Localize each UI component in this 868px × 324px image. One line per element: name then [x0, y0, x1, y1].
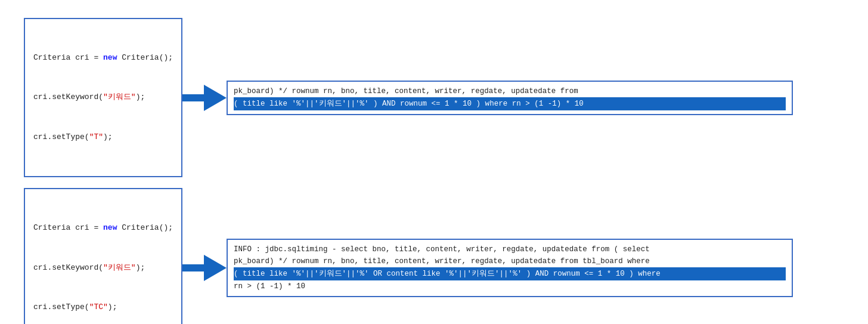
arrow-head-1 — [204, 85, 227, 111]
result-2-line1: INFO : jdbc.sqltiming - select bno, titl… — [234, 243, 786, 255]
code-line-1-2: cri.setKeyword("키워드"); — [33, 91, 173, 104]
result-1-line1: pk_board) */ rownum rn, bno, title, cont… — [234, 85, 786, 97]
code-box-1: Criteria cri = new Criteria(); cri.setKe… — [24, 18, 182, 177]
result-box-2: INFO : jdbc.sqltiming - select bno, titl… — [227, 239, 793, 297]
code-line-2-1: Criteria cri = new Criteria(); — [33, 221, 173, 234]
code-line-1-3: cri.setType("T"); — [33, 131, 173, 144]
result-2-line4: rn > (1 -1) * 10 — [234, 280, 786, 292]
result-1-line2: ( title like '%'||'키워드'||'%' ) AND rownu… — [234, 97, 786, 110]
code-line-1-1: Criteria cri = new Criteria(); — [33, 51, 173, 64]
code-box-2: Criteria cri = new Criteria(); cri.setKe… — [24, 188, 182, 324]
code-line-2-2: cri.setKeyword("키워드"); — [33, 261, 173, 274]
arrow-shaft-1 — [182, 94, 205, 101]
row-1: Criteria cri = new Criteria(); cri.setKe… — [24, 18, 844, 177]
arrow-1 — [182, 85, 227, 111]
row-2: Criteria cri = new Criteria(); cri.setKe… — [24, 188, 844, 324]
main-container: Criteria cri = new Criteria(); cri.setKe… — [12, 12, 856, 324]
result-box-1: pk_board) */ rownum rn, bno, title, cont… — [227, 81, 793, 115]
arrow-2 — [182, 255, 227, 281]
arrow-shaft-2 — [182, 264, 205, 271]
result-2-line3: ( title like '%'||'키워드'||'%' OR content … — [234, 267, 786, 280]
arrow-head-2 — [204, 255, 227, 281]
result-2-line2: pk_board) */ rownum rn, bno, title, cont… — [234, 255, 786, 267]
code-line-2-3: cri.setType("TC"); — [33, 301, 173, 314]
